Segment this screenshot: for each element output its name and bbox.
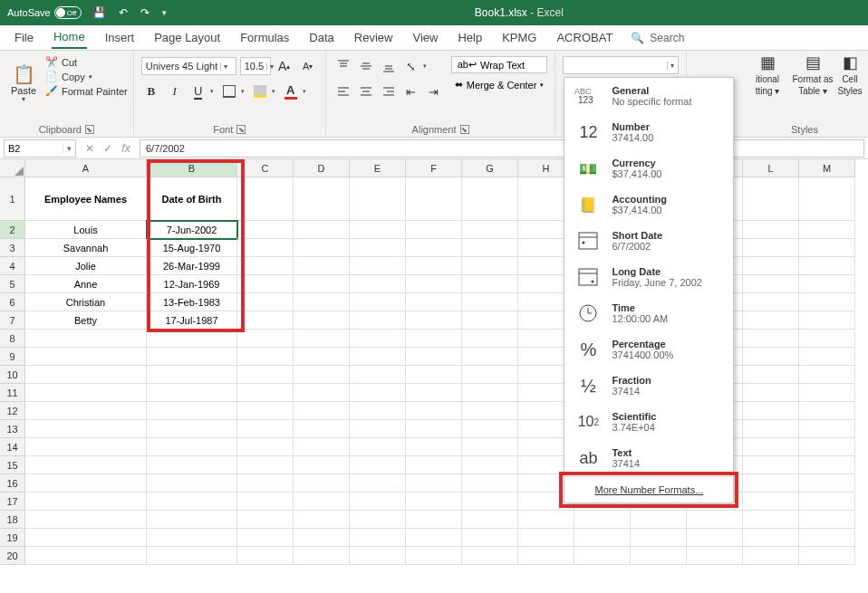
row-header[interactable]: 17 [0,493,25,511]
cell[interactable] [294,402,350,420]
cell[interactable]: 7-Jun-2002 [147,221,237,239]
cell[interactable] [743,257,799,275]
cell[interactable] [406,511,462,529]
cell[interactable] [799,257,855,275]
cell[interactable] [350,456,406,474]
cell[interactable] [294,177,350,221]
cell[interactable] [799,275,855,293]
qat-customize-icon[interactable]: ▾ [160,6,169,19]
cell[interactable] [294,511,350,529]
cell[interactable] [574,547,631,565]
cell[interactable] [25,456,147,474]
format-item-long-date[interactable]: Long DateFriday, June 7, 2002 [564,259,733,295]
cell[interactable] [294,420,350,438]
format-item-fraction[interactable]: ½ Fraction37414 [564,368,733,404]
paste-button[interactable]: 📋 Paste ▼ [5,53,42,112]
cell[interactable] [743,456,799,474]
cell[interactable] [799,177,855,221]
cell[interactable] [743,384,799,402]
cell[interactable] [294,547,350,565]
cell[interactable]: 17-Jul-1987 [147,311,237,330]
cell[interactable] [743,221,799,239]
format-item-short-date[interactable]: Short Date6/7/2002 [564,223,733,259]
cell[interactable] [406,293,462,311]
cell[interactable] [462,366,518,384]
row-header[interactable]: 16 [0,474,25,493]
cell[interactable] [799,330,855,348]
cell[interactable] [743,402,799,420]
row-header[interactable]: 15 [0,456,25,474]
column-header[interactable]: D [294,159,350,177]
cut-button[interactable]: ✂️Cut [45,56,128,68]
cell[interactable] [350,221,406,239]
format-item-general[interactable]: ABC123 GeneralNo specific format [564,78,733,114]
cell[interactable] [350,420,406,438]
cell[interactable] [147,529,237,547]
cell[interactable] [147,330,237,348]
enter-icon[interactable]: ✓ [100,142,116,155]
cell[interactable] [147,366,237,384]
cell[interactable] [147,384,237,402]
cell[interactable] [25,547,147,565]
number-format-combo[interactable]: ▾ ABC123 GeneralNo specific format 12 Nu… [563,56,679,74]
cell[interactable]: Date of Birth [147,177,237,221]
cell[interactable] [462,177,518,221]
cell[interactable] [294,275,350,293]
cell[interactable] [25,529,147,547]
cell[interactable] [743,293,799,311]
cell[interactable] [743,474,799,493]
cell[interactable] [406,384,462,402]
redo-icon[interactable]: ↷ [139,5,151,21]
cell[interactable] [799,384,855,402]
cell[interactable] [743,311,799,330]
format-item-percentage[interactable]: % Percentage3741400.00% [564,331,733,368]
cell[interactable] [350,330,406,348]
cell[interactable] [631,547,687,565]
alignment-launcher[interactable]: ⬊ [460,125,469,134]
cell[interactable] [294,438,350,456]
row-header[interactable]: 2 [0,221,25,239]
cell[interactable] [799,311,855,330]
cell[interactable] [406,177,462,221]
fill-color-button[interactable]: ▾ [250,81,277,101]
cell[interactable] [25,511,147,529]
cell[interactable] [518,529,574,547]
cell[interactable] [462,384,518,402]
cell[interactable] [462,275,518,293]
align-center-button[interactable] [356,81,376,101]
cell[interactable] [237,438,294,456]
cell[interactable] [350,474,406,493]
cancel-icon[interactable]: ✕ [82,142,98,155]
cell[interactable] [462,547,518,565]
cell[interactable] [406,420,462,438]
cell[interactable] [25,402,147,420]
cell[interactable] [237,456,294,474]
cell[interactable] [462,456,518,474]
cell[interactable] [350,257,406,275]
column-header[interactable]: G [462,159,518,177]
cell[interactable] [799,456,855,474]
cell[interactable] [294,257,350,275]
cell[interactable]: Jolie [25,257,147,275]
wrap-text-button[interactable]: ab↩Wrap Text [451,56,548,73]
decrease-font-button[interactable]: A▾ [298,56,318,76]
italic-button[interactable]: I [165,81,185,101]
cell[interactable] [518,547,574,565]
cell[interactable] [462,402,518,420]
align-top-button[interactable] [333,56,353,76]
format-item-accounting[interactable]: 📒 Accounting$37,414.00 [564,187,733,223]
cell[interactable] [25,438,147,456]
cell[interactable] [462,239,518,257]
chevron-down-icon[interactable]: ▾ [63,144,75,153]
font-color-button[interactable]: A▾ [281,81,308,101]
cell[interactable] [743,275,799,293]
cell[interactable] [743,330,799,348]
cell[interactable] [462,511,518,529]
cell[interactable] [406,330,462,348]
cell[interactable] [631,511,687,529]
tab-formulas[interactable]: Formulas [238,27,291,48]
cell[interactable] [147,493,237,511]
cell[interactable] [25,348,147,366]
cell[interactable] [294,456,350,474]
cell[interactable] [406,529,462,547]
